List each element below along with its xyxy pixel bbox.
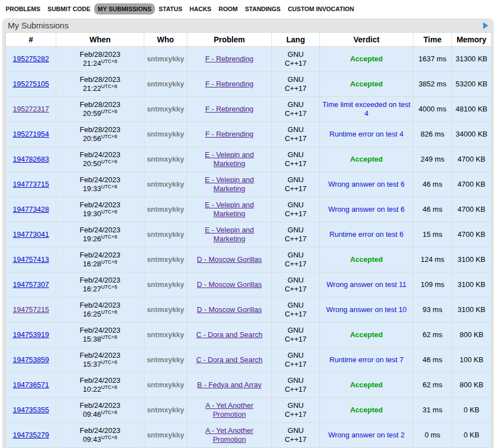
submission-time-cell: 3852 ms xyxy=(414,72,452,97)
submission-date: Feb/24/2023 xyxy=(59,401,142,410)
nav-tab-custom-invocation[interactable]: CUSTOM INVOCATION xyxy=(284,3,357,14)
panel-caption-bar: My Submissions xyxy=(6,18,490,32)
submission-id-link[interactable]: 194753859 xyxy=(13,356,49,364)
timezone-label: UTC+8 xyxy=(101,359,117,365)
problem-link[interactable]: C - Dora and Search xyxy=(196,330,262,339)
problem-link[interactable]: A - Yet Another Promotion xyxy=(205,426,253,444)
user-link[interactable]: sntmxykky xyxy=(147,180,184,188)
submission-id-link[interactable]: 194757413 xyxy=(13,255,49,264)
nav-tab-problems[interactable]: PROBLEMS xyxy=(2,3,43,14)
problem-link[interactable]: F - Rebrending xyxy=(205,80,254,88)
problem-link[interactable]: D - Moscow Gorillas xyxy=(197,305,261,314)
submission-row: 194782683Feb/24/202320:50UTC+8sntmxykkyE… xyxy=(6,147,492,172)
user-link[interactable]: sntmxykky xyxy=(147,130,184,138)
problem-link[interactable]: C - Dora and Search xyxy=(196,356,262,364)
submission-date: Feb/24/2023 xyxy=(59,150,142,159)
problem-link[interactable]: F - Rebrending xyxy=(205,55,254,63)
submission-row: 194773715Feb/24/202319:33UTC+8sntmxykkyE… xyxy=(6,172,492,197)
problem-link[interactable]: A - Yet Another Promotion xyxy=(205,401,253,418)
submission-id-cell: 194782683 xyxy=(6,147,56,172)
submission-id-link[interactable]: 195275105 xyxy=(13,80,49,88)
user-link[interactable]: sntmxykky xyxy=(147,80,184,88)
submission-id-link[interactable]: 194773715 xyxy=(13,180,49,188)
problem-link[interactable]: D - Moscow Gorillas xyxy=(197,280,261,289)
user-link[interactable]: sntmxykky xyxy=(147,431,184,439)
user-link[interactable]: sntmxykky xyxy=(147,155,184,163)
submission-problem-cell: E - Velepin and Marketing xyxy=(187,147,272,172)
submission-id-link[interactable]: 194735355 xyxy=(13,406,49,414)
submission-memory-cell: 4700 KB xyxy=(452,147,492,172)
submission-id-link[interactable]: 194773041 xyxy=(13,230,49,238)
user-link[interactable]: sntmxykky xyxy=(147,406,184,414)
nav-tab-my-submissions[interactable]: MY SUBMISSIONS xyxy=(94,3,154,14)
submission-when-cell: Feb/24/202316:25UTC+8 xyxy=(56,298,144,323)
submission-when-cell: Feb/24/202315:37UTC+8 xyxy=(56,348,144,373)
submission-memory-cell: 0 KB xyxy=(452,423,492,448)
submission-verdict-cell: Runtime error on test 4 xyxy=(320,122,414,147)
submission-verdict-cell: Accepted xyxy=(320,47,414,72)
user-link[interactable]: sntmxykky xyxy=(147,105,184,113)
user-link[interactable]: sntmxykky xyxy=(147,230,184,238)
verdict-rejected-label: Runtime error on test 7 xyxy=(329,356,403,364)
user-link[interactable]: sntmxykky xyxy=(147,305,184,314)
nav-tab-submit-code[interactable]: SUBMIT CODE xyxy=(44,3,94,14)
problem-link[interactable]: E - Velepin and Marketing xyxy=(205,176,254,193)
nav-tab-hacks[interactable]: HACKS xyxy=(186,3,215,14)
problem-link[interactable]: E - Velepin and Marketing xyxy=(205,201,254,218)
submission-id-link[interactable]: 194773428 xyxy=(13,205,49,213)
submission-problem-cell: F - Rebrending xyxy=(187,72,272,97)
submission-who-cell: sntmxykky xyxy=(144,323,187,348)
user-link[interactable]: sntmxykky xyxy=(147,356,184,364)
submission-time-cell: 62 ms xyxy=(414,323,452,348)
expand-arrow-icon[interactable] xyxy=(483,22,488,29)
problem-link[interactable]: D - Moscow Gorillas xyxy=(197,255,261,264)
problem-link[interactable]: F - Rebrending xyxy=(205,130,254,138)
submission-when-cell: Feb/28/202320:59UTC+8 xyxy=(56,97,144,122)
nav-tab-status[interactable]: STATUS xyxy=(155,3,186,14)
submission-row: 194735355Feb/24/202309:46UTC+8sntmxykkyA… xyxy=(6,398,492,423)
nav-tab-standings[interactable]: STANDINGS xyxy=(241,3,284,14)
problem-link[interactable]: E - Velepin and Marketing xyxy=(205,226,254,243)
submission-problem-cell: D - Moscow Gorillas xyxy=(187,247,272,272)
submission-time-cell: 0 ms xyxy=(414,423,452,448)
submissions-table: #WhenWhoProblemLangVerdictTimeMemory 195… xyxy=(6,32,492,448)
time-of-day: 19:26 xyxy=(83,235,101,243)
submission-id-link[interactable]: 194753919 xyxy=(13,330,49,339)
nav-tab-room[interactable]: ROOM xyxy=(215,3,241,14)
time-of-day: 19:33 xyxy=(83,184,101,193)
submission-problem-cell: A - Yet Another Promotion xyxy=(187,423,272,448)
submission-id-cell: 194773428 xyxy=(6,197,56,222)
submission-id-link[interactable]: 195271954 xyxy=(13,130,49,138)
problem-link[interactable]: B - Fedya and Array xyxy=(197,381,262,389)
submission-id-link[interactable]: 194736571 xyxy=(13,381,49,389)
submission-row: 195272317Feb/28/202320:59UTC+8sntmxykkyF… xyxy=(6,97,492,122)
user-link[interactable]: sntmxykky xyxy=(147,280,184,289)
timezone-label: UTC+8 xyxy=(101,234,117,240)
submission-time-cell: 1637 ms xyxy=(414,47,452,72)
submission-id-cell: 194736571 xyxy=(6,373,56,398)
verdict-rejected-label: Runtime error on test 4 xyxy=(329,130,403,138)
time-of-day: 16:28 xyxy=(83,260,101,268)
submission-id-link[interactable]: 195275282 xyxy=(13,55,49,63)
submission-memory-cell: 800 KB xyxy=(452,373,492,398)
submission-id-link[interactable]: 195272317 xyxy=(13,105,49,113)
timezone-label: UTC+8 xyxy=(101,184,117,189)
submission-verdict-cell: Wrong answer on test 6 xyxy=(320,172,414,197)
problem-link[interactable]: F - Rebrending xyxy=(205,105,254,113)
timezone-label: UTC+8 xyxy=(101,334,117,340)
submission-verdict-cell: Wrong answer on test 11 xyxy=(320,272,414,298)
language-line: C++17 xyxy=(274,285,317,294)
user-link[interactable]: sntmxykky xyxy=(147,255,184,264)
user-link[interactable]: sntmxykky xyxy=(147,55,184,63)
submission-id-link[interactable]: 194757307 xyxy=(13,280,49,289)
user-link[interactable]: sntmxykky xyxy=(147,205,184,213)
submission-id-link[interactable]: 194782683 xyxy=(13,155,49,163)
submission-id-link[interactable]: 194757215 xyxy=(13,305,49,314)
submission-when-cell: Feb/24/202309:43UTC+8 xyxy=(56,423,144,448)
submission-lang-cell: GNUC++17 xyxy=(272,373,320,398)
submission-id-link[interactable]: 194735279 xyxy=(13,431,49,439)
problem-link[interactable]: E - Velepin and Marketing xyxy=(205,150,254,168)
user-link[interactable]: sntmxykky xyxy=(147,381,184,389)
user-link[interactable]: sntmxykky xyxy=(147,330,184,339)
language-line: C++17 xyxy=(274,210,317,218)
